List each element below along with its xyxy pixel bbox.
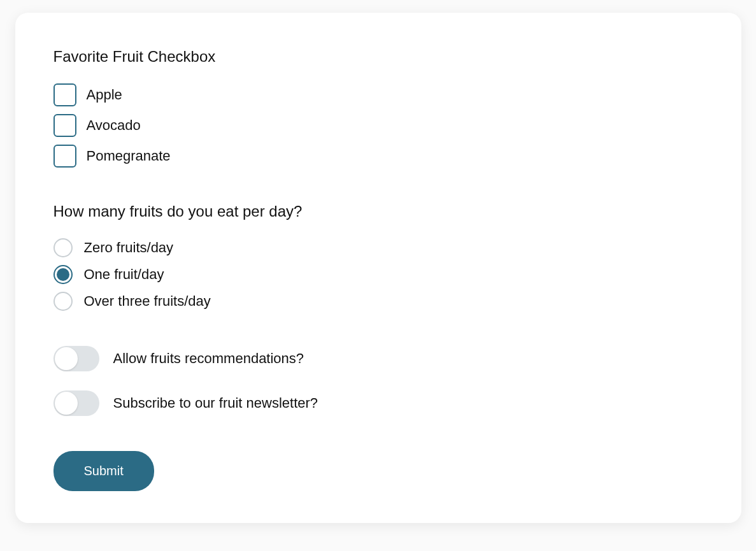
radio-one[interactable]: [53, 265, 73, 284]
checkbox-apple[interactable]: [53, 83, 76, 106]
radio-section: How many fruits do you eat per day? Zero…: [53, 203, 703, 311]
radio-over-three[interactable]: [53, 292, 73, 311]
toggle-row-newsletter: Subscribe to our fruit newsletter?: [53, 390, 703, 416]
radio-label-one: One fruit/day: [84, 266, 164, 283]
checkbox-row-apple: Apple: [53, 83, 703, 106]
toggle-section: Allow fruits recommendations? Subscribe …: [53, 346, 703, 416]
checkbox-section: Favorite Fruit Checkbox Apple Avocado Po…: [53, 48, 703, 168]
submit-button[interactable]: Submit: [53, 451, 154, 491]
toggle-newsletter[interactable]: [53, 390, 99, 416]
radio-row-over-three: Over three fruits/day: [53, 292, 703, 311]
checkbox-row-pomegranate: Pomegranate: [53, 145, 703, 168]
checkbox-label-avocado: Avocado: [87, 117, 141, 134]
checkbox-label-apple: Apple: [87, 87, 122, 103]
checkbox-section-title: Favorite Fruit Checkbox: [53, 48, 703, 66]
radio-row-one: One fruit/day: [53, 265, 703, 284]
toggle-row-recommendations: Allow fruits recommendations?: [53, 346, 703, 371]
checkbox-avocado[interactable]: [53, 114, 76, 137]
toggle-thumb: [55, 347, 78, 370]
toggle-label-recommendations: Allow fruits recommendations?: [113, 350, 304, 367]
radio-row-zero: Zero fruits/day: [53, 238, 703, 257]
radio-label-zero: Zero fruits/day: [84, 240, 174, 256]
radio-section-title: How many fruits do you eat per day?: [53, 203, 703, 220]
toggle-label-newsletter: Subscribe to our fruit newsletter?: [113, 395, 318, 411]
checkbox-row-avocado: Avocado: [53, 114, 703, 137]
checkbox-pomegranate[interactable]: [53, 145, 76, 168]
toggle-thumb: [55, 392, 78, 415]
radio-inner-icon: [57, 268, 69, 281]
checkbox-label-pomegranate: Pomegranate: [87, 148, 171, 164]
form-card: Favorite Fruit Checkbox Apple Avocado Po…: [15, 13, 741, 523]
radio-label-over-three: Over three fruits/day: [84, 293, 211, 310]
radio-zero[interactable]: [53, 238, 73, 257]
toggle-recommendations[interactable]: [53, 346, 99, 371]
